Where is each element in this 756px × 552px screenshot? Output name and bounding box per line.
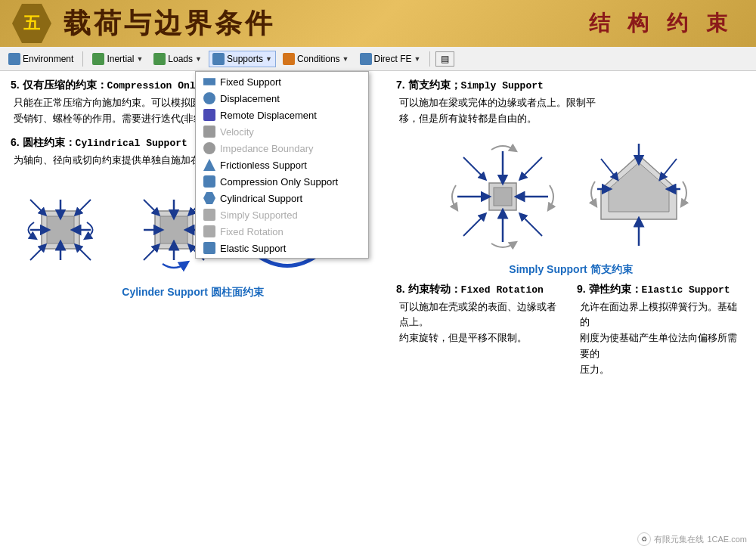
- supports-icon: [212, 53, 225, 65]
- menu-compression-only-support[interactable]: Compression Only Support: [196, 173, 368, 190]
- section8: 8. 约束转动：Fixed Rotation 可以施加在壳或梁的表面、边缘或者点…: [396, 283, 565, 387]
- conditions-arrow: ▼: [342, 55, 349, 63]
- velocity-icon: [203, 126, 215, 138]
- simply-label: Simply Support 简支约束: [396, 263, 745, 277]
- cylindrical-support-icon: [203, 192, 215, 204]
- menu-remote-displacement[interactable]: Remote Displacement: [196, 107, 368, 123]
- svg-line-18: [144, 247, 157, 260]
- page-header: 五 载荷与边界条件 结 构 约 束: [0, 0, 756, 47]
- supports-arrow: ▼: [265, 55, 272, 63]
- svg-rect-1: [47, 216, 74, 243]
- displacement-icon: [203, 92, 215, 104]
- menu-displacement[interactable]: Displacement: [196, 90, 368, 107]
- menu-simply-supported: Simply Supported: [196, 206, 368, 223]
- simply-diagrams: [396, 136, 745, 257]
- section-number: 五: [12, 4, 51, 43]
- svg-rect-23: [494, 188, 512, 206]
- section9: 9. 弹性约束：Elastic Support 允许在面边界上模拟弹簧行为。基础…: [577, 283, 745, 387]
- menu-cylindrical-support[interactable]: Cylindrical Support: [196, 190, 368, 206]
- simply-diagram-2: [578, 136, 699, 257]
- cyl-diagram-1: [8, 177, 113, 283]
- section9-body: 允许在面边界上模拟弹簧行为。基础的 刚度为使基础产生单位法向偏移所需要的 压力。: [580, 299, 745, 378]
- sections-8-9: 8. 约束转动：Fixed Rotation 可以施加在壳或梁的表面、边缘或者点…: [396, 283, 745, 387]
- section7: 7. 简支约束；Simply Support 可以施加在梁或完体的边缘或者点上。…: [396, 79, 745, 127]
- inertial-arrow: ▼: [136, 55, 143, 63]
- frictionless-support-icon: [203, 159, 215, 171]
- svg-line-9: [77, 247, 91, 260]
- right-panel: 7. 简支约束；Simply Support 可以施加在梁或完体的边缘或者点上。…: [386, 71, 756, 552]
- supports-button[interactable]: Supports ▼: [209, 51, 276, 67]
- simply-svg-2: [578, 136, 699, 257]
- inertial-button[interactable]: Inertial ▼: [88, 51, 147, 67]
- compression-only-support-icon: [203, 175, 215, 188]
- simply-diagram-1: [442, 136, 563, 257]
- svg-line-28: [463, 157, 484, 178]
- elastic-support-icon: [203, 242, 215, 254]
- svg-line-6: [30, 200, 44, 213]
- directfe-arrow: ▼: [414, 55, 421, 63]
- svg-marker-33: [609, 163, 669, 212]
- svg-line-31: [522, 216, 542, 236]
- section9-title: 9. 弹性约束：Elastic Support: [577, 283, 745, 296]
- svg-line-8: [30, 247, 44, 260]
- svg-rect-11: [160, 216, 187, 243]
- section7-title: 7. 简支约束；Simply Support: [396, 79, 745, 92]
- separator2: [429, 51, 430, 67]
- svg-line-30: [463, 216, 484, 236]
- conditions-button[interactable]: Conditions ▼: [279, 51, 353, 67]
- env-icon: [8, 53, 20, 65]
- watermark-icon: ♻: [637, 532, 651, 546]
- conditions-icon: [283, 53, 295, 65]
- cyl-svg-1: [8, 177, 113, 283]
- svg-line-29: [522, 157, 542, 178]
- remote-displacement-icon: [203, 109, 215, 121]
- supports-dropdown: Fixed Support Displacement Remote Displa…: [195, 71, 369, 259]
- separator: [82, 51, 83, 67]
- inertial-icon: [92, 53, 104, 65]
- section7-body: 可以施加在梁或完体的边缘或者点上。限制平 移，但是所有旋转都是自由的。: [399, 95, 745, 127]
- menu-frictionless-support[interactable]: Frictionless Support: [196, 157, 368, 173]
- svg-line-16: [144, 200, 157, 213]
- section8-title: 8. 约束转动：Fixed Rotation: [396, 283, 565, 296]
- svg-line-39: [662, 159, 677, 178]
- menu-velocity: Velocity: [196, 123, 368, 140]
- cyl-label: Cylinder Support 圆柱面约束: [11, 286, 375, 299]
- svg-line-38: [601, 159, 616, 178]
- directfe-button[interactable]: Direct FE ▼: [356, 51, 425, 67]
- fixed-support-icon: [203, 76, 215, 88]
- svg-line-7: [77, 200, 91, 213]
- simply-supported-icon: [203, 209, 215, 221]
- menu-fixed-rotation: Fixed Rotation: [196, 223, 368, 240]
- simply-svg-1: [442, 136, 563, 257]
- loads-arrow: ▼: [195, 55, 202, 63]
- page-subtitle: 结 构 约 束: [589, 9, 733, 38]
- menu-fixed-support[interactable]: Fixed Support: [196, 73, 368, 90]
- page-title: 载荷与边界条件: [64, 5, 275, 42]
- menu-impedance-boundary: Impedance Boundary: [196, 140, 368, 157]
- loads-icon: [153, 53, 166, 65]
- environment-button[interactable]: Environment: [5, 51, 77, 67]
- section8-body: 可以施加在壳或梁的表面、边缘或者点上。 约束旋转，但是平移不限制。: [399, 299, 565, 346]
- watermark: ♻ 有限元集在线 1CAE.com: [637, 532, 747, 546]
- watermark-site: 1CAE.com: [707, 535, 747, 544]
- extra-button[interactable]: ▤: [435, 51, 454, 67]
- toolbar: Environment Inertial ▼ Loads ▼ Supports …: [0, 47, 756, 71]
- impedance-boundary-icon: [203, 142, 215, 154]
- directfe-icon: [360, 53, 372, 65]
- main-content: 5. 仅有压缩的约束：Compression Only Support 只能在正…: [0, 71, 756, 552]
- watermark-text: 有限元集在线: [654, 534, 704, 545]
- menu-elastic-support[interactable]: Elastic Support: [196, 240, 368, 256]
- loads-button[interactable]: Loads ▼: [150, 51, 206, 67]
- fixed-rotation-icon: [203, 225, 215, 237]
